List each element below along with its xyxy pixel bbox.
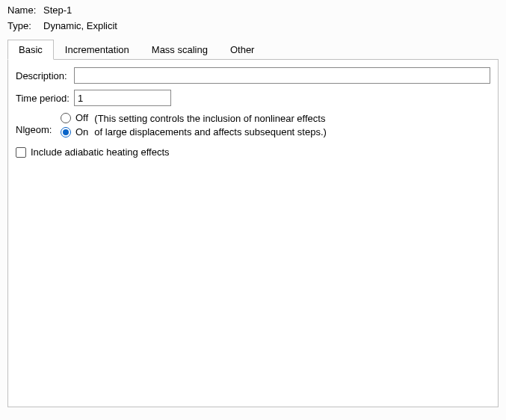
adiabatic-checkbox[interactable] xyxy=(16,147,26,158)
tab-mass-scaling[interactable]: Mass scaling xyxy=(141,40,219,60)
name-row: Name: Step-1 xyxy=(7,4,499,16)
type-label: Type: xyxy=(7,20,43,31)
nlgeom-off-label: Off xyxy=(75,112,88,123)
description-row: Description: xyxy=(16,67,490,84)
radio-on-icon xyxy=(61,127,71,138)
type-row: Type: Dynamic, Explicit xyxy=(7,20,499,31)
tab-other[interactable]: Other xyxy=(219,40,266,60)
tab-bar: Basic Incrementation Mass scaling Other xyxy=(7,39,499,59)
step-editor-panel: Name: Step-1 Type: Dynamic, Explicit Bas… xyxy=(0,0,506,412)
tab-incrementation[interactable]: Incrementation xyxy=(54,40,141,60)
type-value: Dynamic, Explicit xyxy=(43,20,117,31)
adiabatic-label: Include adiabatic heating effects xyxy=(31,146,170,158)
nlgeom-label: Nlgeom: xyxy=(16,112,61,135)
description-input[interactable] xyxy=(74,67,490,84)
time-period-row: Time period: xyxy=(16,90,490,106)
nlgeom-radio-group: Off On xyxy=(61,112,88,138)
nlgeom-row: Nlgeom: Off On (This setting controls th… xyxy=(16,112,490,139)
description-label: Description: xyxy=(16,70,74,81)
radio-dot-icon xyxy=(63,129,69,135)
name-value: Step-1 xyxy=(43,4,72,16)
time-period-input[interactable] xyxy=(74,90,171,106)
time-period-label: Time period: xyxy=(16,93,74,104)
radio-off-icon xyxy=(61,113,71,123)
nlgeom-off-radio[interactable]: Off xyxy=(61,112,88,123)
nlgeom-hint-line1: (This setting controls the inclusion of … xyxy=(94,112,327,126)
nlgeom-on-label: On xyxy=(75,126,88,138)
nlgeom-hint: (This setting controls the inclusion of … xyxy=(94,112,327,139)
adiabatic-row[interactable]: Include adiabatic heating effects xyxy=(16,146,490,158)
tab-basic[interactable]: Basic xyxy=(7,40,54,60)
nlgeom-hint-line2: of large displacements and affects subse… xyxy=(94,126,327,139)
basic-tab-panel: Description: Time period: Nlgeom: Off On xyxy=(7,59,499,407)
nlgeom-on-radio[interactable]: On xyxy=(61,126,88,138)
name-label: Name: xyxy=(7,4,43,16)
